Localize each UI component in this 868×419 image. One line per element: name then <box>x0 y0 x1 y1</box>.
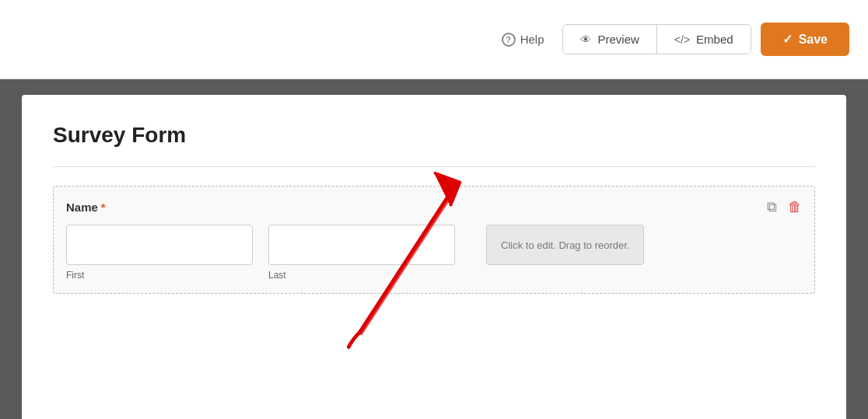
field-actions: ⧉ 🗑 <box>765 197 803 217</box>
save-label: Save <box>799 33 828 47</box>
embed-label: Embed <box>696 33 733 46</box>
first-name-sublabel: First <box>66 270 253 281</box>
embed-button[interactable]: </> Embed <box>657 25 751 54</box>
copy-field-button[interactable]: ⧉ <box>765 197 779 217</box>
trash-icon: 🗑 <box>788 199 802 215</box>
last-name-input[interactable] <box>268 225 455 265</box>
preview-embed-group: 👁 Preview </> Embed <box>562 24 751 54</box>
first-name-wrap: First <box>66 225 253 281</box>
preview-label: Preview <box>597 33 639 46</box>
name-field-label: Name * <box>66 201 802 214</box>
name-field-block: Name * ⧉ 🗑 First Last <box>53 186 815 294</box>
save-button[interactable]: ✓ Save <box>761 23 849 56</box>
form-title: Survey Form <box>53 123 815 148</box>
help-icon: ? <box>502 33 516 47</box>
preview-button[interactable]: 👁 Preview <box>563 25 656 54</box>
embed-icon: </> <box>674 33 690 46</box>
main-area: Survey Form Name * ⧉ 🗑 First <box>0 79 868 419</box>
required-indicator: * <box>101 201 106 214</box>
first-name-input[interactable] <box>66 225 253 265</box>
click-to-edit-hint[interactable]: Click to edit. Drag to reorder. <box>486 225 644 265</box>
last-name-sublabel: Last <box>268 270 455 281</box>
form-divider <box>53 166 815 167</box>
last-name-wrap: Last <box>268 225 455 281</box>
form-container: Survey Form Name * ⧉ 🗑 First <box>22 95 846 419</box>
copy-icon: ⧉ <box>767 199 777 215</box>
help-button[interactable]: ? Help <box>492 26 554 53</box>
help-label: Help <box>520 33 544 46</box>
toolbar: ? Help 👁 Preview </> Embed ✓ Save <box>0 0 868 79</box>
delete-field-button[interactable]: 🗑 <box>786 197 803 217</box>
name-field-inputs: First Last Click to edit. Drag to reorde… <box>66 225 802 281</box>
preview-icon: 👁 <box>580 33 591 46</box>
save-checkmark-icon: ✓ <box>782 32 793 47</box>
